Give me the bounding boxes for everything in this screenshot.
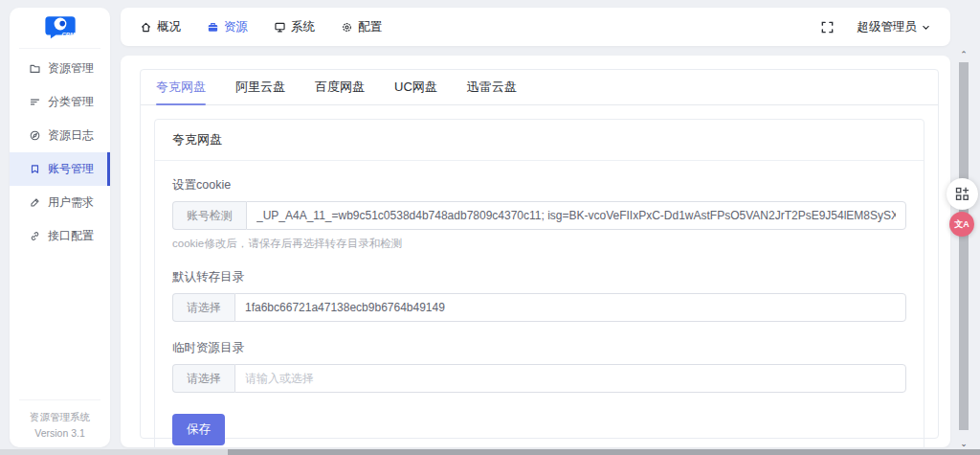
- fullscreen-icon[interactable]: [820, 20, 835, 34]
- tab-container: 夸克网盘 阿里云盘 百度网盘 UC网盘 迅雷云盘 夸克网盘 设置cookie 账…: [140, 69, 939, 439]
- svg-text:CRM: CRM: [61, 32, 76, 37]
- section-body: 设置cookie 账号检测 cookie修改后，请保存后再选择转存目录和检测 默…: [155, 161, 924, 455]
- translate-button[interactable]: 文A: [949, 212, 974, 237]
- sidebar-item-api-config[interactable]: 接口配置: [10, 219, 110, 253]
- app-version: Version 3.1: [19, 425, 100, 441]
- app-name: 资源管理系统: [19, 409, 100, 424]
- sidebar-item-label: 分类管理: [48, 94, 94, 110]
- drive-tabs: 夸克网盘 阿里云盘 百度网盘 UC网盘 迅雷云盘: [141, 70, 938, 105]
- sidebar-item-resource-logs[interactable]: 资源日志: [10, 119, 110, 152]
- cookie-hint: cookie修改后，请保存后再选择转存目录和检测: [172, 237, 906, 251]
- bookmark-icon: [29, 163, 41, 175]
- temp-dir-input[interactable]: [234, 364, 906, 393]
- sidebar-item-resource-management[interactable]: 资源管理: [10, 52, 110, 85]
- section-title: 夸克网盘: [155, 120, 924, 161]
- compass-icon: [29, 129, 41, 142]
- sidebar: CRM 资源管理 分类管理 资源日志 账号管理 用户需求 接口配置 资源: [10, 8, 110, 447]
- cookie-field: 设置cookie 账号检测 cookie修改后，请保存后再选择转存目录和检测: [172, 177, 906, 251]
- horizontal-scrollbar-thumb[interactable]: [228, 449, 980, 455]
- translate-icon: 文A: [954, 218, 969, 231]
- default-dir-input-group: 请选择: [172, 293, 906, 322]
- sidebar-item-label: 接口配置: [48, 228, 94, 244]
- temp-dir-field: 临时资源目录 请选择: [172, 340, 906, 393]
- tab-quark[interactable]: 夸克网盘: [156, 70, 206, 104]
- briefcase-icon: [207, 21, 219, 34]
- tab-uc[interactable]: UC网盘: [394, 70, 437, 104]
- user-name: 超级管理员: [858, 19, 918, 35]
- header-right: 超级管理员: [820, 19, 932, 35]
- gear-icon: [341, 21, 353, 34]
- nav-item-resources[interactable]: 资源: [207, 19, 248, 35]
- extension-widget-button[interactable]: [947, 178, 978, 210]
- default-dir-input[interactable]: [234, 293, 906, 322]
- link-icon: [29, 230, 41, 242]
- sidebar-item-label: 用户需求: [48, 194, 94, 211]
- grid-plus-icon: [955, 187, 969, 201]
- default-dir-field: 默认转存目录 请选择: [172, 269, 906, 322]
- default-dir-select-button[interactable]: 请选择: [172, 293, 234, 322]
- sidebar-item-user-requests[interactable]: 用户需求: [10, 186, 110, 219]
- home-icon: [140, 21, 152, 34]
- crm-logo-icon: CRM: [44, 14, 77, 41]
- sidebar-item-category-management[interactable]: 分类管理: [10, 85, 110, 119]
- sidebar-item-account-management[interactable]: 账号管理: [10, 152, 110, 186]
- horizontal-scrollbar[interactable]: [0, 449, 980, 455]
- cookie-input-group: 账号检测: [172, 201, 906, 230]
- monitor-icon: [274, 21, 286, 34]
- account-check-button[interactable]: 账号检测: [172, 201, 246, 230]
- tab-xunlei[interactable]: 迅雷云盘: [467, 70, 517, 104]
- temp-dir-label: 临时资源目录: [172, 340, 906, 356]
- default-dir-label: 默认转存目录: [172, 269, 906, 285]
- nav-item-label: 系统: [291, 19, 315, 35]
- cookie-label: 设置cookie: [172, 177, 906, 193]
- app-logo[interactable]: CRM: [10, 8, 110, 48]
- temp-dir-input-group: 请选择: [172, 364, 906, 393]
- sort-lines-icon: [29, 96, 41, 108]
- nav-item-overview[interactable]: 概况: [140, 19, 181, 35]
- vertical-scrollbar-thumb[interactable]: [959, 62, 969, 430]
- user-menu[interactable]: 超级管理员: [858, 19, 932, 35]
- main-content: 夸克网盘 阿里云盘 百度网盘 UC网盘 迅雷云盘 夸克网盘 设置cookie 账…: [121, 56, 950, 447]
- nav-item-system[interactable]: 系统: [274, 19, 315, 35]
- save-button[interactable]: 保存: [172, 414, 225, 445]
- sidebar-menu: 资源管理 分类管理 资源日志 账号管理 用户需求 接口配置: [10, 49, 110, 253]
- nav-item-label: 概况: [157, 19, 181, 35]
- scroll-up-icon[interactable]: ⌃: [957, 50, 970, 59]
- sidebar-item-label: 账号管理: [48, 161, 94, 177]
- quark-settings-card: 夸克网盘 设置cookie 账号检测 cookie修改后，请保存后再选择转存目录…: [154, 119, 924, 455]
- folder-icon: [29, 62, 41, 75]
- vertical-scrollbar[interactable]: ⌃ ⌄: [957, 48, 970, 448]
- nav-item-config[interactable]: 配置: [341, 19, 382, 35]
- tab-aliyun[interactable]: 阿里云盘: [235, 70, 285, 104]
- nav-item-label: 配置: [358, 19, 382, 35]
- sidebar-footer: 资源管理系统 Version 3.1: [19, 399, 100, 441]
- chevron-down-icon: [921, 22, 931, 33]
- cookie-input[interactable]: [246, 201, 906, 230]
- sidebar-item-label: 资源日志: [48, 127, 94, 144]
- scroll-down-icon[interactable]: ⌄: [957, 439, 970, 448]
- nav-item-label: 资源: [224, 19, 248, 35]
- sidebar-item-label: 资源管理: [48, 60, 94, 77]
- pen-icon: [29, 196, 41, 209]
- tab-baidu[interactable]: 百度网盘: [315, 70, 365, 104]
- top-header: 概况 资源 系统 配置 超级管理员: [121, 8, 950, 46]
- temp-dir-select-button[interactable]: 请选择: [172, 364, 234, 393]
